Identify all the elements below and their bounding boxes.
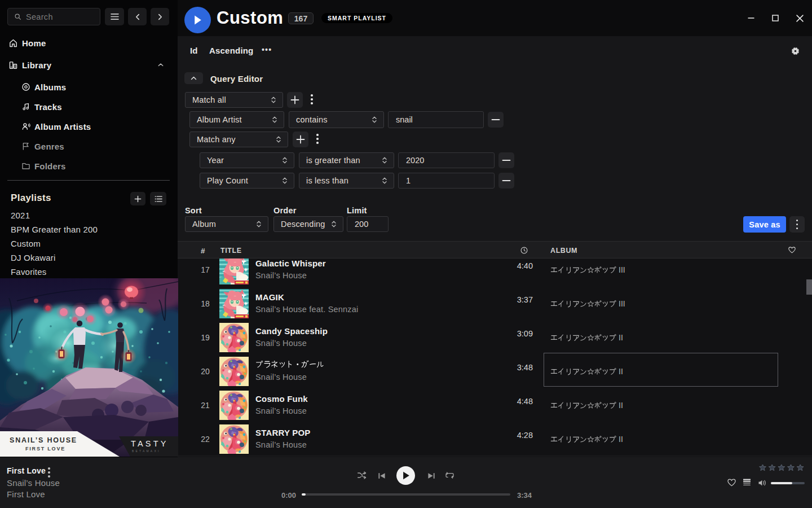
svg-text:TASTY: TASTY <box>131 439 169 448</box>
svg-text:BETAMAXI: BETAMAXI <box>132 449 161 453</box>
svg-text:FIRST LOVE: FIRST LOVE <box>25 446 65 452</box>
svg-text:SNAIL’S HOUSE: SNAIL’S HOUSE <box>10 436 77 444</box>
